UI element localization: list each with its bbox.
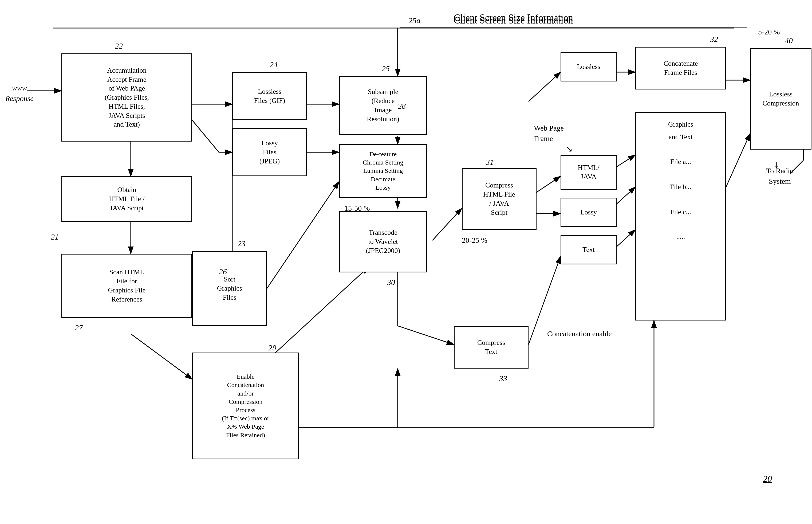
diagram-ref-20: 20	[763, 474, 772, 484]
scan-html-box: Scan HTMLFile forGraphics FileReferences	[62, 254, 192, 318]
ref-22: 22	[115, 42, 123, 50]
svg-line-16	[267, 267, 368, 361]
sort-graphics-box: SortGraphicsFiles	[192, 251, 267, 326]
ref-31: 31	[486, 158, 494, 167]
ref-33: 33	[499, 374, 507, 383]
ref-28: 28	[398, 101, 406, 111]
obtain-html-box: ObtainHTML File /JAVA Script	[62, 176, 192, 222]
lossless-files-box: LosslessFiles (GIF)	[232, 72, 307, 120]
lossless-compression-box: LosslessCompression	[750, 48, 811, 150]
percent-20-25: 20-25 %	[462, 235, 487, 245]
accumulation-box: AccumulationAccept Frameof Web PAge(Grap…	[62, 53, 192, 142]
compress-text-box: CompressText	[454, 326, 528, 369]
svg-line-13	[267, 182, 339, 289]
transcode-box: Transcodeto Wavelet(JPEG2000)	[339, 211, 427, 273]
ref-30: 30	[387, 278, 395, 287]
ref-29: 29	[268, 343, 276, 352]
text-small-box: Text	[561, 235, 616, 264]
ref-25: 25	[382, 64, 390, 73]
web-page-frame-arrow: ↘	[566, 144, 573, 153]
ref-23: 23	[238, 239, 246, 248]
lossy-files-box: LossyFiles(JPEG)	[232, 128, 307, 176]
ref-40: 40	[785, 36, 793, 45]
svg-line-39	[528, 72, 561, 101]
concatenation-enable-label: Concatenation enable	[547, 328, 612, 339]
svg-line-33	[726, 133, 750, 187]
enable-concat-box: EnableConcatenationand/orCompressionProc…	[192, 353, 299, 459]
ref-21: 21	[51, 232, 59, 242]
ref-26: 26	[219, 267, 227, 276]
compress-html-box: CompressHTML File/ JAVAScript	[462, 168, 537, 230]
html-java-box: HTML/JAVA	[561, 155, 616, 190]
svg-line-15	[131, 334, 192, 379]
graphics-text-box: Graphicsand Text File a... File b... Fil…	[635, 112, 726, 321]
lossy-small-box: Lossy	[561, 198, 616, 227]
diagram-title-text: Client Screen Size Information	[454, 12, 573, 23]
www-response-label: wwwResponse	[5, 83, 34, 104]
subsample-box: Subsample(ReduceImageResolution)	[339, 76, 427, 135]
svg-line-7	[192, 120, 219, 152]
percent-5-20: 5-20 %	[758, 27, 780, 37]
defeature-box: De-featureChroma SettingLumina SettingDe…	[339, 144, 427, 198]
concat-frame-box: ConcatenateFrame Files	[635, 47, 726, 89]
to-radio-arrow: ↓	[774, 159, 779, 170]
to-radio-label: To RadioSystem	[766, 166, 794, 186]
web-page-frame-label: Web PageFrame	[534, 123, 564, 144]
ref-25a: 25a	[408, 16, 420, 25]
ref-24: 24	[270, 60, 277, 69]
ref-32: 32	[710, 35, 718, 44]
ref-27: 27	[75, 323, 83, 332]
svg-line-17	[433, 208, 462, 240]
svg-line-19	[398, 326, 454, 345]
lossless-small-box: Lossless	[561, 52, 616, 81]
title-underline	[401, 27, 747, 28]
